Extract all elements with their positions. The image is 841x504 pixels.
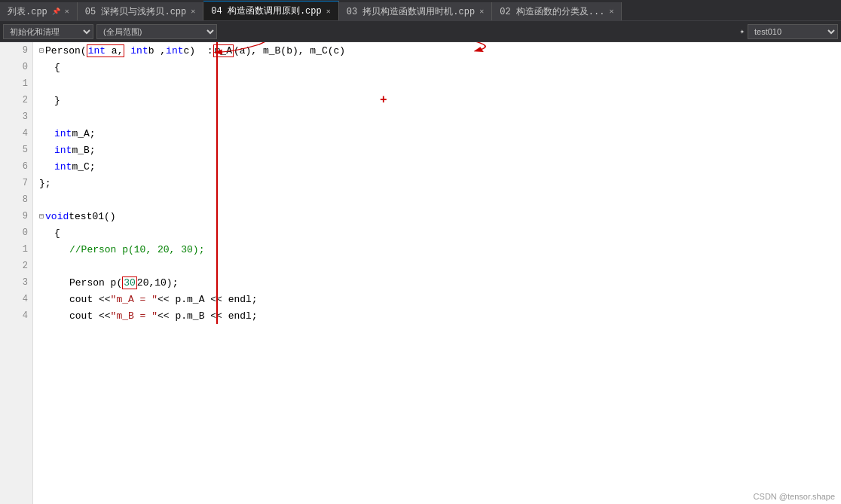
kw-int-mC: int [54,161,72,173]
line-num-6a: 6 [0,158,32,175]
tab-gouzao-active[interactable]: 04 构造函数调用原则.cpp ✕ [203,1,338,20]
line-num-4b: 4 [0,291,32,307]
kw-int-mB: int [54,145,72,156]
highlight-30: 30 [122,276,137,289]
code-token: cout << [69,294,111,305]
tab-label: 05 深拷贝与浅拷贝.cpp [85,5,186,18]
toolbar: 初始化和清理 (全局范围) ✦ test010 [0,21,841,42]
tab-label: 04 构造函数调用原则.cpp [211,5,321,17]
code-token [39,194,45,206]
code-line-2a: } [33,92,841,108]
code-token: test01() [69,211,115,222]
tab-label: 03 拷贝构造函数调用时机.cpp [347,5,475,18]
func-dropdown[interactable]: test010 [748,24,838,39]
kw-int-mA: int [54,128,72,139]
code-token: m_A; [72,128,95,139]
code-token: << p.m_B << endl; [157,310,258,322]
code-line-4c: cout << "m_B = " << p.m_B << endl; [33,307,841,324]
highlight-mA: m_A [213,44,234,57]
tab-kaobei[interactable]: 03 拷贝构造函数调用时机.cpp ✕ [339,2,492,20]
kw-int-c: int [166,45,183,57]
code-token: b , [148,45,166,57]
code-area: 9 0 1 2 3 4 5 6 7 8 9 0 1 2 3 4 4 ⊟ Pers… [0,42,841,504]
tab-bar: 列表.cpp 📌 ✕ 05 深拷贝与浅拷贝.cpp ✕ 04 构造函数调用原则.… [0,0,841,21]
str-token: "m_A = " [111,294,157,305]
code-line-1b: //Person p(10, 20, 30); [33,241,841,258]
code-token: { [54,62,60,73]
line-num-1a: 1 [0,75,32,92]
kw-int: int [88,45,106,57]
code-line-4b: cout << "m_A = " << p.m_A << endl; [33,291,841,307]
tab-close[interactable]: ✕ [65,7,69,16]
tab-close[interactable]: ✕ [479,7,484,16]
code-line-2b [33,258,841,274]
highlight-int-a: int a, [87,44,125,57]
code-lines: ⊟ Person ( int a, int b , int c) : m_A (… [33,42,841,324]
code-line-9b: ⊟ void test01() [33,208,841,225]
collapse-icon-9[interactable]: ⊟ [39,46,44,55]
star-icon: ✦ [739,26,745,36]
scope-dropdown[interactable]: 初始化和清理 [3,24,93,39]
code-line-6a: int m_C; [33,158,841,175]
code-content: ⊟ Person ( int a, int b , int c) : m_A (… [33,42,841,504]
collapse-icon-9b[interactable]: ⊟ [39,212,44,221]
code-token: a, [106,45,123,57]
code-line-4a: int m_A; [33,125,841,142]
code-token: 20,10); [137,277,179,289]
code-token [54,78,60,90]
code-line-9: ⊟ Person ( int a, int b , int c) : m_A (… [33,42,841,59]
str-token-b: "m_B = " [111,310,157,322]
code-token: : [207,45,213,57]
code-token: cout << [69,310,111,322]
line-num-8a: 8 [0,191,32,208]
code-line-0a: { [33,59,841,75]
watermark: CSDN @tensor.shape [754,492,835,501]
code-token: ( [81,45,87,57]
line-num-1b: 1 [0,241,32,258]
line-num-0b: 0 [0,225,32,241]
tab-label: 02 构造函数的分类及... [500,5,604,18]
code-line-1a [33,75,841,92]
code-line-8a [33,191,841,208]
line-num-4a: 4 [0,125,32,142]
tab-close[interactable]: ✕ [609,7,613,16]
line-num-7a: 7 [0,175,32,191]
line-num-2a: 2 [0,92,32,108]
code-token: m_A [215,45,232,57]
tab-label: 列表.cpp [8,5,47,18]
tab-lianbiao[interactable]: 列表.cpp 📌 ✕ [0,2,78,20]
line-num-0a: 0 [0,59,32,75]
range-dropdown[interactable]: (全局范围) [96,24,217,39]
code-token: Person p( [69,277,122,289]
tab-shenkao[interactable]: 05 深拷贝与浅拷贝.cpp ✕ [78,2,203,20]
code-line-3b: Person p( 30 20,10); [33,274,841,291]
code-token: m_C; [72,161,95,173]
num-30: 30 [124,277,136,289]
code-line-3a [33,108,841,125]
code-token: m_B; [72,145,95,156]
code-token: Person [45,45,81,57]
code-token: } [54,95,60,106]
code-line-5a: int m_B; [33,142,841,158]
pin-icon: 📌 [52,8,60,16]
line-num-3a: 3 [0,108,32,125]
line-num-9b: 9 [0,208,32,225]
kw-void: void [45,211,69,222]
code-token [124,45,130,57]
code-token: << p.m_A << endl; [157,294,258,305]
tab-close[interactable]: ✕ [326,7,331,16]
code-token: c) [184,45,207,57]
code-token: }; [39,178,51,189]
tab-fenlei[interactable]: 02 构造函数的分类及... ✕ [492,2,622,20]
tab-close[interactable]: ✕ [191,7,195,16]
code-token [39,111,45,123]
code-token: (a), m_B(b), m_C(c) [234,45,345,57]
line-num-3b: 3 [0,274,32,291]
code-token: { [54,228,60,239]
code-line-7a: }; [33,175,841,191]
code-token [54,261,60,272]
kw-int-b: int [130,45,148,57]
line-numbers: 9 0 1 2 3 4 5 6 7 8 9 0 1 2 3 4 4 [0,42,33,504]
code-line-0b: { [33,225,841,241]
comment-token: //Person p(10, 20, 30); [69,244,204,255]
